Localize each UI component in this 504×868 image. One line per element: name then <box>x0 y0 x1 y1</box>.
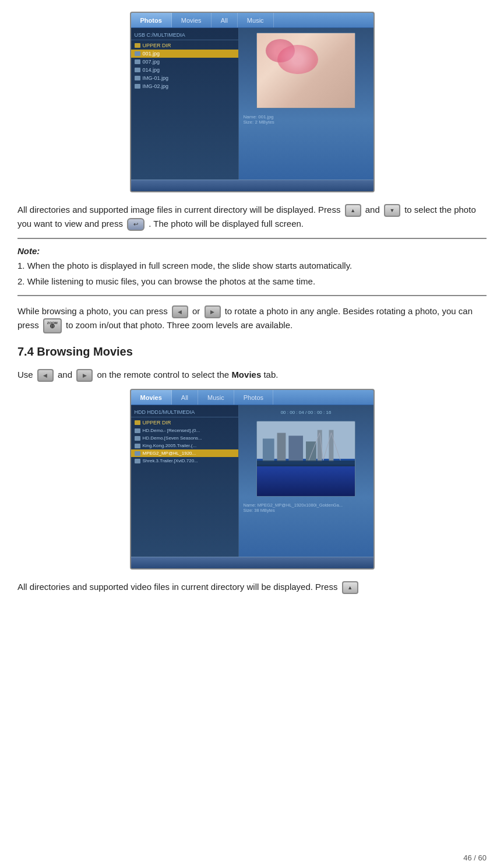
ss1-file-007: 007.jpg <box>131 58 238 66</box>
file-icon <box>135 444 140 448</box>
folder-icon <box>135 43 140 48</box>
ss2-path: HDD HDD1/MULTIMEDIA <box>131 407 238 417</box>
divider1 <box>17 238 487 239</box>
ss2-filelist: HDD HDD1/MULTIMEDIA UPPER DIR HD.Demo.- … <box>131 405 239 568</box>
note-section: Note: 1. When the photo is displayed in … <box>17 246 487 288</box>
ss2-bottom-bar <box>131 557 373 568</box>
svg-rect-1 <box>257 462 355 496</box>
zoom-button-icon <box>43 318 62 333</box>
ss1-file-info: Name: 001.jpg Size: 2 MBytes <box>244 114 274 125</box>
ok-button-icon <box>127 218 144 231</box>
svg-rect-7 <box>306 442 316 462</box>
file-icon <box>135 59 140 64</box>
ss1-bottom-bar <box>131 180 373 191</box>
ss1-filelist: USB C:/MULTIMEDIA UPPER DIR 001.jpg 007.… <box>131 28 239 191</box>
ss2-tab-photos: Photos <box>234 390 273 405</box>
page-number: 46 / 60 <box>463 853 487 862</box>
ss2-tab-all: All <box>172 390 198 405</box>
up-button2-icon <box>342 581 358 594</box>
screenshot2-container: Movies All Music Photos HDD HDD1/MULTIME… <box>17 389 487 570</box>
paragraph1: All directories and supported image file… <box>17 203 487 231</box>
file-icon <box>135 436 140 441</box>
right-arrow-button-icon <box>205 305 221 318</box>
ss1-preview-image <box>256 33 355 108</box>
up-button-icon <box>345 204 361 217</box>
ss2-tabbar: Movies All Music Photos <box>131 390 373 405</box>
left-arrow-button2-icon <box>37 369 54 382</box>
para3-after: on the remote control to select the <box>97 370 229 379</box>
file-icon <box>135 76 140 80</box>
folder-icon <box>135 420 140 425</box>
para3-tab: tab. <box>263 370 278 379</box>
ss1-preview: Name: 001.jpg Size: 2 MBytes <box>239 28 373 191</box>
ss2-body: HDD HDD1/MULTIMEDIA UPPER DIR HD.Demo.- … <box>131 405 373 568</box>
right-arrow-button2-icon <box>76 369 93 382</box>
section-heading-74: 7.4 Browsing Movies <box>17 345 487 359</box>
para1-before: All directories and supported image file… <box>17 205 340 215</box>
ss2-file-hddemo2: HD.Demo.[Seven Seasons... <box>131 434 238 442</box>
para2-after: to zoom in/out that photo. Three zoom le… <box>66 320 292 330</box>
down-button-icon <box>384 204 400 217</box>
movie-preview-svg <box>257 421 355 497</box>
para3-and: and <box>58 370 72 379</box>
paragraph2: While browsing a photo, you can press or… <box>17 304 487 333</box>
ss1-tab-photos: Photos <box>131 13 172 27</box>
left-arrow-button-icon <box>172 305 188 318</box>
page-content: Photos Movies All Music USB C:/MULTIMEDI… <box>0 0 504 624</box>
note-title: Note: <box>17 246 487 256</box>
ss1-file-014: 014.jpg <box>131 66 238 74</box>
note-item-1: 1. When the photo is displayed in full s… <box>17 259 487 273</box>
svg-rect-6 <box>288 436 303 462</box>
paragraph4: All directories and supported video file… <box>17 580 487 594</box>
para3-before: Use <box>17 370 33 379</box>
file-icon <box>135 451 140 456</box>
ss1-file-001: 001.jpg <box>131 50 238 58</box>
para2-or: or <box>192 306 200 316</box>
svg-rect-4 <box>263 439 274 462</box>
ss1-body: USB C:/MULTIMEDIA UPPER DIR 001.jpg 007.… <box>131 28 373 191</box>
para1-after: . The photo will be displayed full scree… <box>149 219 304 229</box>
screenshot1-container: Photos Movies All Music USB C:/MULTIMEDI… <box>17 12 487 192</box>
file-icon <box>135 51 140 56</box>
svg-rect-9 <box>329 430 334 462</box>
ss2-preview: 00 : 00 : 04 / 00 : 00 : 16 <box>239 405 373 568</box>
paragraph3: Use and on the remote control to select … <box>17 368 487 382</box>
screenshot1: Photos Movies All Music USB C:/MULTIMEDI… <box>130 12 375 192</box>
ss1-tabbar: Photos Movies All Music <box>131 13 373 28</box>
svg-rect-14 <box>257 461 355 496</box>
para1-and: and <box>365 205 380 215</box>
ss2-file-info: Name: MPEG2_MP@HL_1920x1080i_GoldenGa...… <box>244 502 343 513</box>
ss2-file-kingkong: King.Kong.2005.Trailer.(... <box>131 442 238 449</box>
ss2-tab-music: Music <box>198 390 234 405</box>
para3-bold: Movies <box>231 370 261 379</box>
file-icon <box>135 459 140 463</box>
movie-thumb <box>257 421 355 496</box>
note-item-2: 2. While listening to music files, you c… <box>17 275 487 289</box>
file-icon <box>135 428 140 433</box>
divider2 <box>17 295 487 296</box>
file-icon <box>135 84 140 89</box>
ss2-file-upperdir: UPPER DIR <box>131 419 238 427</box>
screenshot2: Movies All Music Photos HDD HDD1/MULTIME… <box>130 389 375 570</box>
ss1-file-img02: IMG-02.jpg <box>131 82 238 90</box>
ss1-file-img01: IMG-01.jpg <box>131 74 238 82</box>
para2-before: While browsing a photo, you can press <box>17 306 168 316</box>
ss1-tab-all: All <box>212 13 238 27</box>
ss2-preview-image <box>256 421 355 497</box>
ss2-tab-movies: Movies <box>131 390 172 405</box>
ss1-path: USB C:/MULTIMEDIA <box>131 30 238 40</box>
cherry-blossom-preview <box>257 33 355 108</box>
ss2-file-shrek: Shrek.3.Trailer.[XviD.720... <box>131 457 238 465</box>
ss2-timecode: 00 : 00 : 04 / 00 : 00 : 16 <box>281 410 332 415</box>
para4-before: All directories and supported video file… <box>17 582 337 592</box>
ss1-file-upperdir: UPPER DIR <box>131 41 238 50</box>
file-icon <box>135 68 140 72</box>
svg-rect-5 <box>277 433 286 462</box>
ss1-tab-music: Music <box>238 13 274 27</box>
ss2-file-mpeg: MPEG2_MP@HL_1920... <box>131 449 238 457</box>
ss1-tab-movies: Movies <box>172 13 212 27</box>
ss2-file-hddemo1: HD.Demo.- [Recensed].(0... <box>131 427 238 434</box>
